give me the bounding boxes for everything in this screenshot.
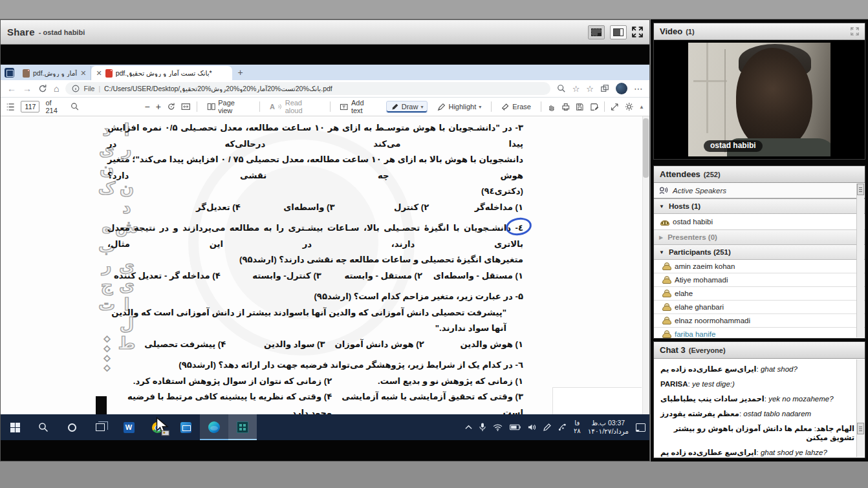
- rotate-icon[interactable]: [167, 102, 176, 111]
- option-1: ۱) مداخله‌گر: [429, 200, 523, 216]
- grab-hand-icon[interactable]: [547, 103, 556, 111]
- active-speakers-row[interactable]: Active Speakers: [654, 183, 865, 199]
- fit-to-width-icon[interactable]: [181, 102, 190, 111]
- participant-row[interactable]: fariba hanife: [654, 328, 865, 338]
- chevron-down-icon[interactable]: ▾: [479, 104, 481, 110]
- add-text-button[interactable]: Add text: [336, 98, 380, 116]
- gear-icon[interactable]: [625, 102, 634, 111]
- chevron-down-icon[interactable]: ▾: [420, 104, 423, 110]
- attendees-scrollbar-handle[interactable]: [857, 184, 864, 195]
- connect-app-taskbar-button[interactable]: [228, 414, 257, 440]
- word-taskbar-button[interactable]: W: [114, 414, 143, 440]
- triangle-down-icon[interactable]: ▼: [659, 204, 664, 209]
- profile-avatar[interactable]: [616, 83, 627, 94]
- browser-window-icon[interactable]: [5, 68, 14, 78]
- attendees-scrollbar[interactable]: [856, 184, 864, 337]
- forward-icon[interactable]: →: [23, 84, 32, 93]
- sidebar-view-icon: [613, 28, 624, 36]
- attendees-pod: Attendees (252) Active Speakers ▼ Hosts …: [653, 165, 865, 339]
- hosts-section-header[interactable]: ▼ Hosts (1): [654, 199, 865, 214]
- pdf-scrollbar-thumb[interactable]: [643, 118, 649, 178]
- save-as-icon[interactable]: [590, 103, 599, 111]
- pod-expand-icon[interactable]: [851, 27, 859, 36]
- language-indicator[interactable]: فا ۲۸: [574, 419, 581, 435]
- fullscreen-icon[interactable]: [632, 27, 643, 37]
- print-icon[interactable]: [561, 103, 570, 111]
- mail-taskbar-button[interactable]: [171, 414, 200, 440]
- draw-button[interactable]: Draw ▾: [386, 101, 428, 113]
- triangle-right-icon[interactable]: ▶: [659, 235, 663, 240]
- erase-button[interactable]: Erase: [497, 101, 535, 112]
- refresh-icon[interactable]: [38, 84, 47, 93]
- battery-icon[interactable]: [510, 424, 521, 430]
- pdf-scrollbar[interactable]: [642, 116, 649, 414]
- read-aloud-button[interactable]: A Read aloud: [266, 98, 323, 116]
- page-number-input[interactable]: 117: [21, 101, 39, 112]
- scrollbar-up-arrow[interactable]: ▲: [639, 104, 644, 110]
- home-icon[interactable]: ⌂: [54, 84, 59, 93]
- action-center-icon[interactable]: [636, 423, 646, 432]
- chat-scrollbar-handle[interactable]: [857, 423, 864, 434]
- host-icon: [660, 218, 668, 226]
- highlight-button[interactable]: Highlight ▾: [433, 101, 485, 112]
- table-of-contents-icon[interactable]: [6, 102, 15, 112]
- share-view-toggle-button[interactable]: [588, 25, 605, 39]
- zoom-page-icon[interactable]: [557, 84, 566, 93]
- tab-bank-test-active[interactable]: ✕ *بانک تست آمار و روش تحقیق.pdf: [91, 66, 232, 80]
- search-icon: [38, 422, 49, 432]
- zoom-out-icon[interactable]: −: [144, 101, 149, 112]
- meeting-app-window: Share - ostad habibi آمار و روش.pdf ✕: [0, 0, 868, 488]
- tray-chevron-up-icon[interactable]: [465, 425, 472, 430]
- host-row[interactable]: ostad habibi: [654, 214, 865, 230]
- shared-screen-stage: آمار و روش.pdf ✕ ✕ *بانک تست آمار و روش …: [1, 45, 649, 461]
- question-text: دانشجویان با هوش بالا به ازای هر ۱۰ ساعت…: [107, 152, 523, 184]
- zoom-in-icon[interactable]: +: [156, 101, 161, 112]
- collections-icon[interactable]: [600, 84, 609, 93]
- participant-icon: [662, 262, 670, 270]
- language-code: فا: [574, 419, 581, 427]
- pdf-page: طلایی شدن را تجربه کنید ◇◇◇◇ ۳- در "دانش…: [1, 116, 649, 414]
- pen-tray-icon[interactable]: [543, 423, 551, 431]
- settings-menu-icon[interactable]: ⋯: [634, 84, 643, 93]
- chat-scrollbar[interactable]: [856, 359, 864, 457]
- favorites-bar-icon[interactable]: ☆: [586, 85, 594, 93]
- page-view-button[interactable]: Page view: [203, 98, 254, 116]
- tab-close-icon[interactable]: ✕: [80, 70, 86, 77]
- cortana-button[interactable]: [58, 414, 86, 440]
- attendees-count: (252): [704, 171, 721, 178]
- chat-text: ye test dige:): [692, 380, 735, 388]
- participant-row[interactable]: amin zaeim kohan: [654, 260, 865, 273]
- expand-pdf-icon[interactable]: [611, 103, 619, 111]
- favorites-star-icon[interactable]: ☆: [572, 85, 580, 93]
- participant-row[interactable]: elahe ghanbari: [654, 301, 865, 314]
- triangle-down-icon[interactable]: ▼: [659, 249, 664, 255]
- participant-row[interactable]: Atiye mohamadi: [654, 273, 865, 287]
- tab-amar-va-ravesh[interactable]: آمار و روش.pdf ✕: [18, 66, 91, 80]
- participants-section-header[interactable]: ▼ Participants (251): [654, 245, 865, 260]
- task-view-button[interactable]: [86, 414, 114, 440]
- search-icon[interactable]: [71, 102, 80, 111]
- participant-row[interactable]: elahe: [654, 287, 865, 301]
- presenters-section-header[interactable]: ▶ Presenters (0): [654, 230, 865, 245]
- tray-clock[interactable]: 03:37 ب.ظ ۱۴۰۱/مرداد/۲۷: [588, 419, 629, 436]
- new-tab-button[interactable]: +: [237, 67, 243, 78]
- url-field[interactable]: File | C:/Users/USER/Desktop/بانک%20تست%…: [65, 82, 550, 95]
- toolbar-divider: [604, 101, 605, 112]
- back-icon[interactable]: ←: [7, 84, 16, 93]
- taskbar-search-button[interactable]: [29, 414, 58, 440]
- save-icon[interactable]: [576, 103, 584, 111]
- edge-taskbar-button[interactable]: [200, 414, 228, 440]
- page-count-label: of 214: [45, 99, 65, 114]
- participant-row[interactable]: elnaz noormohammadi: [654, 314, 865, 328]
- network-share-icon[interactable]: [558, 423, 567, 431]
- info-icon[interactable]: [72, 85, 80, 92]
- wifi-icon[interactable]: [493, 424, 503, 431]
- speaker-icon[interactable]: [528, 423, 536, 431]
- chat-message: یم‎ زاده‎ عطاری‌ده‎ ایرای‌سع: ghat shod?: [660, 365, 854, 374]
- share-sidebar-toggle-button[interactable]: [610, 25, 627, 39]
- tab-close-icon[interactable]: ✕: [96, 70, 102, 77]
- microphone-icon[interactable]: [479, 423, 486, 432]
- presenters-label: Presenters (0): [667, 233, 717, 241]
- start-button[interactable]: [1, 414, 29, 440]
- page-view-icon: [207, 102, 215, 111]
